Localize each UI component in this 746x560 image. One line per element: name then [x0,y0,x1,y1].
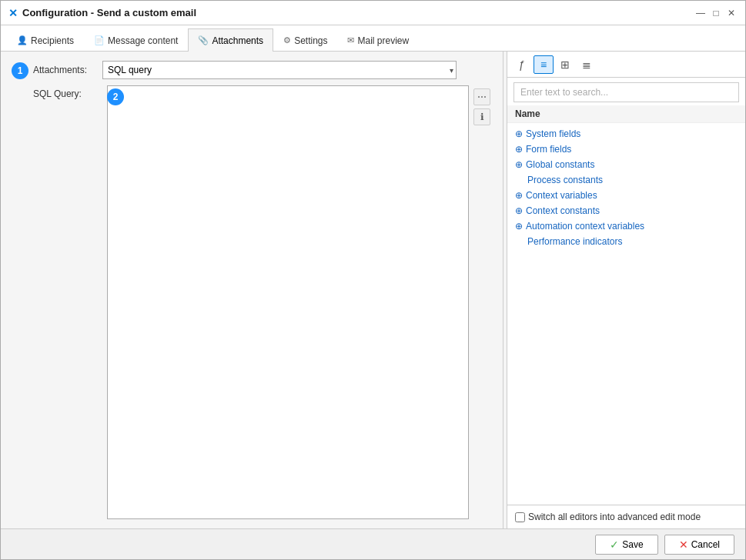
main-window: ✕ Configuration - Send a custom email — … [0,0,746,560]
titlebar-controls: — □ ✕ [694,7,738,19]
expand-automation-icon: ⊕ [515,221,523,232]
tree-item-global-constants[interactable]: ⊕ Global constants [507,157,745,172]
minimize-button[interactable]: — [694,7,707,19]
advanced-edit-mode-wrap: Switch all editors into advanced edit mo… [515,512,701,522]
tab-settings[interactable]: ⚙ Settings [273,28,337,52]
info-button[interactable]: ℹ [473,108,490,125]
expand-form-fields-icon: ⊕ [515,144,523,155]
window-title: Configuration - Send a custom email [22,7,196,18]
save-button[interactable]: ✓ Save [595,535,657,555]
table-icon: ⊞ [560,58,570,71]
right-panel: ƒ ≡ ⊞ ≣ Name ⊕ [507,52,745,528]
tab-message-content[interactable]: 📄 Message content [84,28,188,52]
cancel-button[interactable]: ✕ Cancel [664,535,734,555]
global-constants-label: Global constants [526,159,594,170]
performance-indicators-label: Performance indicators [527,236,622,247]
attachments-row: Attachments: SQL query File path Dynamic… [10,61,490,79]
context-variables-label: Context variables [526,190,597,201]
editor-sidebar: ⋯ ℹ [473,85,490,519]
attachments-control: SQL query File path Dynamic attachment ▾ [102,61,457,79]
tree-item-system-fields[interactable]: ⊕ System fields [507,126,745,142]
titlebar-left: ✕ Configuration - Send a custom email [8,7,196,19]
close-button[interactable]: ✕ [725,7,738,19]
advanced-edit-mode-checkbox[interactable] [515,512,525,522]
expand-context-variables-icon: ⊕ [515,190,523,201]
tab-recipients-label: Recipients [31,35,74,46]
recipients-tab-icon: 👤 [17,35,28,45]
tab-recipients[interactable]: 👤 Recipients [7,28,84,52]
query-editor-wrap: 2 [107,85,469,519]
expand-global-constants-icon: ⊕ [515,159,523,170]
tree-item-process-constants[interactable]: Process constants [507,172,745,188]
message-content-tab-icon: 📄 [94,35,105,45]
search-input[interactable] [514,82,739,102]
tree-item-context-constants[interactable]: ⊕ Context constants [507,203,745,218]
system-fields-label: System fields [526,128,580,139]
values-icon: ≡ [540,58,547,71]
config-icon: ✕ [8,7,18,19]
tab-message-content-label: Message content [108,35,178,46]
table-button[interactable]: ⊞ [555,55,575,74]
save-label: Save [622,539,643,550]
footer: ✓ Save ✕ Cancel [1,528,745,559]
panel-divider [503,52,503,528]
tree-item-context-variables[interactable]: ⊕ Context variables [507,188,745,203]
cancel-icon: ✕ [679,538,688,551]
step-1-badge: 1 [12,62,28,79]
settings-tab-icon: ⚙ [283,35,291,45]
content-area: 1 Attachments: SQL query File path Dynam… [1,52,745,528]
tab-settings-label: Settings [294,35,327,46]
titlebar: ✕ Configuration - Send a custom email — … [1,1,745,25]
right-toolbar: ƒ ≡ ⊞ ≣ [507,52,745,78]
tree-item-form-fields[interactable]: ⊕ Form fields [507,142,745,157]
formula-icon: ƒ [519,58,525,71]
attachments-label: Attachments: [33,65,102,75]
left-panel: 1 Attachments: SQL query File path Dynam… [1,52,500,528]
automation-context-variables-label: Automation context variables [526,221,644,232]
step-2-badge: 2 [107,88,124,105]
tab-mail-preview[interactable]: ✉ Mail preview [337,28,419,52]
right-bottom-bar: Switch all editors into advanced edit mo… [507,505,745,528]
more-options-button[interactable]: ⋯ [473,88,490,105]
tree-list: ⊕ System fields ⊕ Form fields ⊕ Global c… [507,123,745,505]
tab-attachments-label: Attachments [212,35,263,46]
save-icon: ✓ [610,538,619,551]
list-icon: ≣ [582,58,591,71]
expand-system-fields-icon: ⊕ [515,128,523,139]
maximize-button[interactable]: □ [710,7,722,19]
sql-query-label: SQL Query: [33,85,102,519]
tabs-bar: 👤 Recipients 📄 Message content 📎 Attachm… [1,25,745,52]
search-wrap [507,78,745,105]
tree-item-performance-indicators[interactable]: Performance indicators [507,234,745,249]
list-button[interactable]: ≣ [577,55,597,74]
tree-header: Name [507,105,745,123]
sql-query-row: SQL Query: 2 ⋯ ℹ [10,85,490,519]
tree-item-automation-context-variables[interactable]: ⊕ Automation context variables [507,218,745,234]
form-fields-label: Form fields [526,144,571,155]
expand-context-constants-icon: ⊕ [515,205,523,216]
tab-attachments[interactable]: 📎 Attachments [188,28,273,52]
cancel-label: Cancel [691,539,720,550]
tab-mail-preview-label: Mail preview [357,35,409,46]
sql-query-editor[interactable] [107,85,469,519]
values-button[interactable]: ≡ [534,55,554,74]
advanced-edit-mode-label: Switch all editors into advanced edit mo… [528,512,701,522]
formula-button[interactable]: ƒ [512,55,532,74]
attachments-tab-icon: 📎 [198,35,209,45]
attachments-select[interactable]: SQL query File path Dynamic attachment [102,61,457,79]
process-constants-label: Process constants [527,175,603,185]
context-constants-label: Context constants [526,205,600,216]
mail-preview-tab-icon: ✉ [347,35,354,45]
